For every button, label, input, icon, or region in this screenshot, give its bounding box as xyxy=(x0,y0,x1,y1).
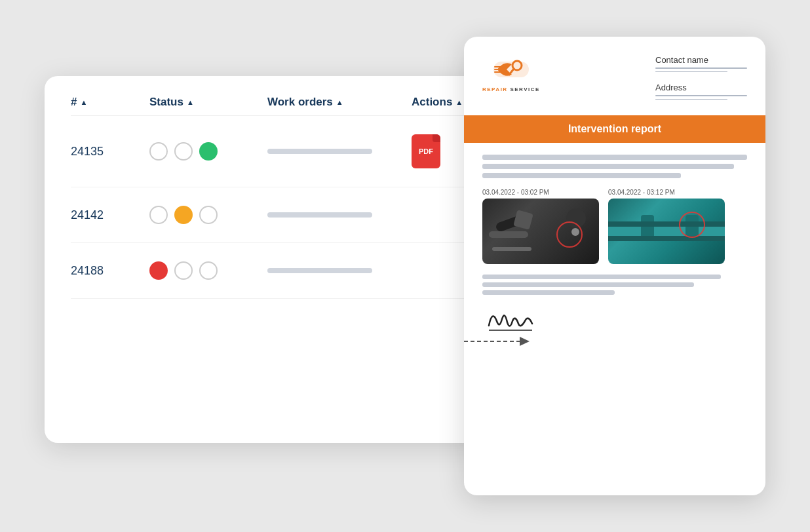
intervention-banner-text: Intervention report xyxy=(568,123,661,134)
col-num-label: # xyxy=(71,96,77,109)
contact-area: Contact name Address xyxy=(655,55,747,100)
contact-name-field: Contact name xyxy=(655,55,747,72)
logo-area: REPAIR SERVICE xyxy=(482,55,540,92)
col-workorders-header[interactable]: Work orders ▲ xyxy=(267,96,412,109)
status-dot-3 xyxy=(199,142,218,161)
row-status xyxy=(149,261,267,280)
logo-service: SERVICE xyxy=(510,86,539,92)
progress-bar xyxy=(267,212,372,218)
blurred-line xyxy=(482,155,747,160)
blurred-line-sm xyxy=(482,282,694,287)
contact-name-label: Contact name xyxy=(655,55,747,65)
address-line2 xyxy=(655,99,727,100)
report-card: REPAIR SERVICE Contact name Address xyxy=(464,37,765,495)
signature-svg xyxy=(482,303,541,335)
col-actions-label: Actions xyxy=(412,96,452,109)
col-actions-header[interactable]: Actions ▲ xyxy=(412,96,464,109)
col-status-label: Status xyxy=(149,96,183,109)
col-num-sort-icon: ▲ xyxy=(80,98,87,106)
status-dot-1 xyxy=(149,261,168,280)
pdf-label: PDF xyxy=(419,147,433,155)
photo-block-1: 03.04.2022 - 03:02 PM xyxy=(482,189,599,264)
row-id: 24135 xyxy=(71,145,149,159)
address-line xyxy=(655,95,747,96)
blurred-line xyxy=(482,173,681,178)
row-workorders xyxy=(267,149,412,154)
table-row: 24188 xyxy=(71,243,464,299)
table-row: 24142 xyxy=(71,187,464,243)
connector-arrow xyxy=(464,332,536,351)
row-id: 24188 xyxy=(71,264,149,278)
photo2-annotation-circle xyxy=(679,212,705,238)
col-status-sort-icon: ▲ xyxy=(187,98,194,106)
svg-marker-1 xyxy=(520,337,530,346)
repair-service-logo-icon xyxy=(492,55,530,84)
progress-bar xyxy=(267,149,372,154)
table-header: # ▲ Status ▲ Work orders ▲ Actions ▲ xyxy=(71,76,464,116)
main-scene: # ▲ Status ▲ Work orders ▲ Actions ▲ 241… xyxy=(45,37,765,495)
col-actions-sort-icon: ▲ xyxy=(455,98,463,106)
status-dot-2 xyxy=(174,206,193,224)
photos-row: 03.04.2022 - 03:02 PM xyxy=(482,189,747,264)
address-label: Address xyxy=(655,83,747,92)
status-dot-3 xyxy=(199,206,218,224)
row-workorders xyxy=(267,212,412,218)
row-actions: PDF xyxy=(412,134,464,168)
row-id: 24142 xyxy=(71,208,149,222)
row-status xyxy=(149,142,267,161)
photo2-image xyxy=(608,199,725,264)
report-text-block-1 xyxy=(482,155,747,178)
address-field: Address xyxy=(655,83,747,100)
report-header: REPAIR SERVICE Contact name Address xyxy=(464,37,765,110)
intervention-banner: Intervention report xyxy=(464,115,765,143)
col-workorders-sort-icon: ▲ xyxy=(336,98,343,106)
status-dot-1 xyxy=(149,142,168,161)
col-status-header[interactable]: Status ▲ xyxy=(149,96,267,109)
status-dot-3 xyxy=(199,261,218,280)
table-card: # ▲ Status ▲ Work orders ▲ Actions ▲ 241… xyxy=(45,76,490,443)
pdf-icon[interactable]: PDF xyxy=(412,134,440,168)
progress-bar xyxy=(267,268,372,273)
col-workorders-label: Work orders xyxy=(267,96,333,109)
photo1-annotation-circle xyxy=(556,221,583,248)
row-status xyxy=(149,206,267,224)
blurred-line xyxy=(482,164,734,169)
logo-text: REPAIR SERVICE xyxy=(482,86,540,92)
blurred-line-sm xyxy=(482,290,615,295)
photo2-date: 03.04.2022 - 03:12 PM xyxy=(608,189,725,196)
status-dot-2 xyxy=(174,142,193,161)
contact-name-line2 xyxy=(655,71,727,73)
row-workorders xyxy=(267,268,412,273)
photo1-image xyxy=(482,199,599,264)
photo-block-2: 03.04.2022 - 03:12 PM xyxy=(608,189,725,264)
photo1-date: 03.04.2022 - 03:02 PM xyxy=(482,189,599,196)
report-text-block-2 xyxy=(482,275,747,295)
col-num-header[interactable]: # ▲ xyxy=(71,96,149,109)
logo-repair: REPAIR xyxy=(482,86,508,92)
status-dot-2 xyxy=(174,261,193,280)
contact-name-line xyxy=(655,67,747,69)
report-body: 03.04.2022 - 03:02 PM xyxy=(464,148,765,495)
blurred-line-sm xyxy=(482,275,721,279)
table-row: 24135 PDF xyxy=(71,116,464,187)
status-dot-1 xyxy=(149,206,168,224)
